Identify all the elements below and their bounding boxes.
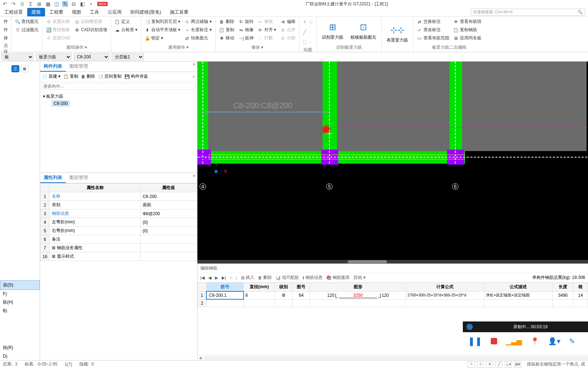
trim-button[interactable]: ✂修剪 — [256, 18, 278, 25]
identify-rebar-button[interactable]: ⊞ 识别受力筋 — [319, 18, 346, 44]
viewport[interactable]: C8-200:C8@200 A ↑ →X 4 5 6 — [197, 62, 588, 263]
status-tool-button[interactable]: └ — [467, 361, 475, 368]
draw-rect-button[interactable]: □ · — [302, 38, 314, 46]
prop-value[interactable]: (0) — [140, 227, 197, 235]
menu-item[interactable]: 工程量 — [45, 8, 68, 16]
menu-item[interactable]: 工程设置 — [0, 8, 27, 16]
webcam-toggle-icon[interactable]: 👤▾ — [548, 337, 560, 345]
ribbon-btn[interactable]: 择 — [2, 34, 9, 42]
split-button[interactable]: ⊘分割 — [279, 34, 297, 42]
tab-drawing-mgmt[interactable]: 图纸管理 — [66, 62, 92, 72]
prop-value[interactable] — [140, 244, 197, 252]
pause-button[interactable]: ❚❚ — [468, 336, 482, 346]
prop-value[interactable] — [140, 252, 197, 261]
status-tool-button[interactable]: ⊞▾ — [514, 361, 521, 368]
annotate-icon[interactable]: ✎ — [569, 337, 575, 345]
prop-name[interactable]: 左弯折(mm) — [50, 218, 140, 227]
prop-value[interactable]: Φ8@200 — [140, 209, 197, 218]
identify-floor-button[interactable]: ▤识别楼层表 — [73, 18, 108, 25]
play-button[interactable]: ▶ — [215, 275, 218, 280]
qat-icon[interactable]: ✎ — [62, 1, 68, 7]
category-select[interactable]: 板 — [1, 53, 34, 60]
rebar-id[interactable]: C8-200.1 — [206, 291, 244, 299]
subcategory-select[interactable]: 板受力筋 — [36, 53, 72, 60]
left-nav-item[interactable] — [0, 315, 40, 343]
restore-cad-button[interactable]: ↺还原CAD — [45, 34, 72, 42]
save-component-button[interactable]: 💾构件存盘 — [124, 73, 148, 79]
scale-rebar-button[interactable]: 📊缩尺配筋 — [275, 275, 299, 281]
prop-name[interactable]: 备注 — [50, 235, 140, 244]
rebar-library-button[interactable]: 📚钢筋图库 — [326, 275, 350, 281]
rebar-desc[interactable]: 净长+设定锚固+设定锚固 — [484, 291, 553, 299]
tab-properties[interactable]: 属性列表 — [40, 173, 66, 183]
last-button[interactable]: ▶| — [222, 275, 226, 280]
verify-rebar-button[interactable]: ⊡ 校核板筋图元 — [348, 18, 379, 44]
define-button[interactable]: 📋定义 — [113, 18, 139, 25]
qat-icon[interactable]: ⎙ — [19, 1, 25, 7]
cloud-check-button[interactable]: ☁云检查 ▾ — [113, 26, 139, 34]
rotate-button[interactable]: ↻旋转 — [237, 18, 255, 25]
layer-copy-button[interactable]: 📑层间复制 — [98, 73, 122, 79]
menu-item[interactable]: 云应用 — [103, 8, 126, 16]
stop-button[interactable] — [491, 338, 497, 344]
prop-value[interactable] — [140, 235, 197, 244]
down-button[interactable]: ↓ — [235, 275, 237, 280]
menu-item[interactable]: 协同建模(限免) — [126, 8, 166, 16]
set-scale-button[interactable]: ⚙设置比例 — [45, 18, 72, 25]
ribbon-group-label[interactable]: 修改 ▾ — [218, 44, 297, 50]
ribbon-group-label[interactable]: 图纸操作 ▾ — [45, 44, 109, 50]
delete-button[interactable]: 🗑删除 — [258, 275, 272, 281]
lock-button[interactable]: 🔒锁定 ▾ — [143, 34, 182, 42]
tab-component-list[interactable]: 构件列表 — [40, 62, 66, 72]
view-rebar-button[interactable]: 👁查看布筋情 — [452, 18, 483, 25]
left-nav-item[interactable]: D) — [0, 352, 40, 360]
prop-name[interactable]: 钢筋信息 — [50, 209, 140, 218]
shortcut-search-input[interactable]: 快捷键搜索, Ctrl+Alt+E 🔍 — [471, 9, 585, 16]
left-nav-item[interactable]: 段(R) — [0, 343, 40, 352]
rebar-grade[interactable]: Φ — [275, 291, 292, 299]
tab-layers[interactable]: 图层管理 — [66, 173, 92, 183]
status-tool-button[interactable]: ╱ — [495, 361, 503, 368]
left-nav-item[interactable]: 筋(H) — [0, 298, 40, 307]
find-replace-button[interactable]: 🔄查找替换 — [45, 26, 72, 34]
menu-item[interactable]: 视图 — [68, 8, 85, 16]
qat-icon[interactable]: ↶ — [2, 1, 8, 7]
rebar-length[interactable]: 3490 — [553, 291, 573, 299]
qat-icon[interactable]: ▦ — [45, 1, 51, 7]
two-point-axis-button[interactable]: ⊹两点辅轴 ▾ — [183, 18, 213, 25]
left-nav-item[interactable]: 筋(S) — [0, 280, 40, 290]
qat-icon[interactable]: ◧ — [79, 1, 85, 7]
prop-name[interactable]: 右弯折(mm) — [50, 227, 140, 235]
mirror-button[interactable]: ⇋镜像 — [237, 26, 255, 34]
break-button[interactable]: ⌿打断 — [256, 34, 278, 42]
first-button[interactable]: |◀ — [200, 275, 205, 280]
swap-label-button[interactable]: ⇄交换标注 — [416, 18, 451, 25]
prop-name[interactable]: 类别 — [50, 201, 140, 209]
place-rebar-button[interactable]: ⊹⊹ 布置受力筋 — [384, 18, 411, 50]
status-tool-button[interactable]: ⊹ — [477, 361, 484, 368]
draw-point-button[interactable]: + ○ — [302, 18, 314, 26]
horizontal-scrollbar[interactable] — [197, 260, 588, 263]
copy-rebar-button[interactable]: 📋复制钢筋 — [452, 26, 483, 34]
qat-icon[interactable]: Σ — [28, 1, 34, 7]
prop-value[interactable]: 面筋 — [140, 201, 197, 209]
ribbon-btn[interactable]: 件 — [2, 18, 9, 25]
qat-icon[interactable]: ⊞ — [36, 1, 42, 7]
filter-element-button[interactable]: ▽过滤图元 — [14, 26, 40, 34]
tree-child-selected[interactable]: C8-200 — [52, 100, 70, 107]
auto-align-button[interactable]: ⬍自动平齐顶板 ▾ — [143, 26, 182, 34]
prop-name[interactable]: 名称 — [50, 192, 140, 201]
new-button[interactable]: 📄新建 ▾ — [42, 73, 60, 79]
align-button[interactable]: ⊫对齐 ▾ — [256, 26, 278, 34]
prop-name[interactable]: ⊞ 显示样式 — [50, 252, 140, 261]
audio-levels-icon[interactable]: ▁▃▅ — [506, 337, 522, 345]
left-nav-item[interactable]: F) — [0, 290, 40, 298]
apply-same-button[interactable]: ⊞应用同名板 — [452, 34, 483, 42]
left-view-list-icon[interactable]: ☰ — [11, 65, 19, 72]
scroll-left-icon[interactable]: ◀ — [197, 356, 203, 360]
horizontal-scrollbar[interactable] — [203, 356, 588, 360]
convert-element-button[interactable]: ⇄转换图元 — [183, 34, 213, 42]
menu-item[interactable]: 工具 — [85, 8, 103, 16]
ribbon-group-label[interactable]: 通用操作 ▾ — [143, 44, 213, 50]
copy-to-layer-button[interactable]: 📑复制到其它层 ▾ — [143, 18, 182, 25]
